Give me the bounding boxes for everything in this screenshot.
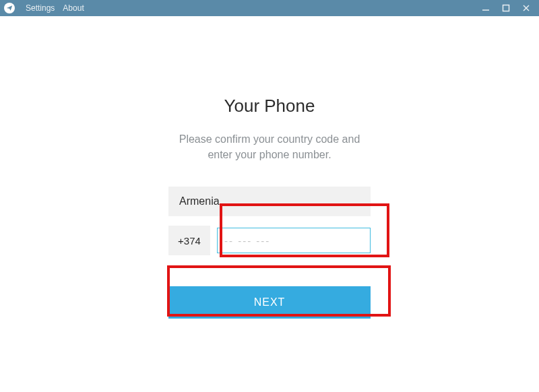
page-title: Your Phone [0,96,539,117]
subtext-line-2: enter your phone number. [208,149,331,160]
phone-input-wrap [217,226,371,255]
country-value: Armenia [179,195,220,207]
titlebar-menu: Settings About [26,3,84,13]
country-code-value: +374 [178,235,201,247]
titlebar-controls [481,3,535,13]
menu-settings[interactable]: Settings [26,3,55,13]
app-icon [4,3,15,13]
svg-rect-1 [503,5,509,11]
phone-number-input[interactable] [217,228,371,253]
phone-row: +374 [168,226,371,255]
titlebar-left: Settings About [4,3,84,13]
window-titlebar: Settings About [0,0,539,16]
maximize-icon[interactable] [501,3,511,13]
main-content: Your Phone Please confirm your country c… [0,16,539,319]
page-subtext: Please confirm your country code and ent… [0,131,539,162]
subtext-line-1: Please confirm your country code and [179,133,360,145]
phone-form: Armenia +374 NEXT [168,187,371,319]
next-button[interactable]: NEXT [168,286,371,319]
country-code-field[interactable]: +374 [168,226,210,255]
country-select[interactable]: Armenia [168,187,371,216]
minimize-icon[interactable] [481,3,490,13]
menu-about[interactable]: About [63,3,84,13]
close-icon[interactable] [521,3,531,13]
